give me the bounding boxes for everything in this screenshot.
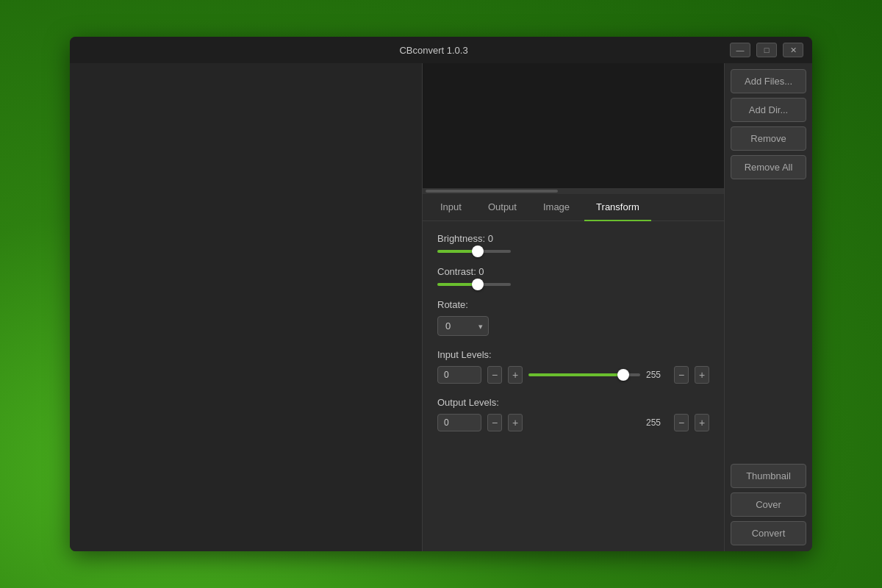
remove-button[interactable]: Remove: [731, 126, 806, 151]
output-min-decrement[interactable]: −: [487, 414, 502, 431]
input-min-field[interactable]: 0: [437, 366, 481, 384]
minimize-button[interactable]: —: [730, 43, 750, 57]
input-max-increment[interactable]: +: [695, 366, 709, 384]
tab-transform[interactable]: Transform: [584, 194, 651, 221]
sidebar-spacer: [731, 184, 806, 459]
input-max-value: 255: [646, 370, 668, 380]
scrollbar-track[interactable]: [426, 190, 558, 193]
controls-area: Brightness: 0 Contrast: 0: [423, 221, 724, 551]
output-levels-group: Output Levels: 0 − + 255 − +: [437, 397, 709, 431]
input-levels-slider-track[interactable]: [528, 373, 640, 376]
input-levels-label: Input Levels:: [437, 349, 709, 360]
add-dir-button[interactable]: Add Dir...: [731, 98, 806, 122]
output-max-value: 255: [646, 417, 668, 428]
contrast-slider-track[interactable]: [437, 283, 511, 286]
input-levels-group: Input Levels: 0 − + 255 − +: [437, 349, 709, 384]
maximize-button[interactable]: □: [756, 43, 777, 57]
contrast-label: Contrast: 0: [437, 266, 709, 277]
remove-all-button[interactable]: Remove All: [731, 155, 806, 179]
output-max-decrement[interactable]: −: [674, 414, 689, 431]
add-files-button[interactable]: Add Files...: [731, 69, 806, 93]
tabs-bar: Input Output Image Transform: [423, 194, 724, 221]
input-levels-slider-thumb[interactable]: [617, 369, 629, 381]
scrollbar-area: [423, 188, 724, 194]
brightness-slider-track[interactable]: [437, 250, 511, 253]
rotate-label: Rotate:: [437, 299, 709, 310]
input-min-decrement[interactable]: −: [487, 366, 502, 384]
window-title: CBconvert 1.0.3: [137, 45, 730, 56]
convert-button[interactable]: Convert: [731, 521, 806, 545]
output-max-increment[interactable]: +: [695, 414, 709, 431]
center-panel: Input Output Image Transform Brightness:…: [423, 63, 724, 551]
input-max-decrement[interactable]: −: [674, 366, 689, 384]
brightness-group: Brightness: 0: [437, 233, 709, 253]
main-content: Input Output Image Transform Brightness:…: [70, 63, 812, 551]
rotate-group: Rotate: 0 90 180 270: [437, 299, 709, 336]
input-levels-row: 0 − + 255 − +: [437, 366, 709, 384]
contrast-slider-thumb[interactable]: [472, 279, 484, 290]
output-min-field[interactable]: 0: [437, 414, 481, 431]
output-levels-label: Output Levels:: [437, 397, 709, 408]
thumbnail-button[interactable]: Thumbnail: [731, 464, 806, 488]
brightness-slider-thumb[interactable]: [472, 245, 484, 257]
input-min-increment[interactable]: +: [508, 366, 523, 384]
tab-image[interactable]: Image: [531, 194, 581, 221]
rotate-select-wrapper: 0 90 180 270: [437, 316, 489, 336]
brightness-label: Brightness: 0: [437, 233, 709, 244]
close-button[interactable]: ✕: [783, 43, 803, 57]
window-controls: — □ ✕: [730, 43, 803, 57]
tab-output[interactable]: Output: [476, 194, 528, 221]
rotate-select[interactable]: 0 90 180 270: [437, 316, 489, 336]
brightness-slider-container: [437, 250, 709, 253]
output-min-increment[interactable]: +: [508, 414, 523, 431]
tab-input[interactable]: Input: [429, 194, 473, 221]
contrast-slider-container: [437, 283, 709, 286]
titlebar: CBconvert 1.0.3 — □ ✕: [70, 37, 812, 63]
sidebar-panel: Add Files... Add Dir... Remove Remove Al…: [724, 63, 812, 551]
cover-button[interactable]: Cover: [731, 492, 806, 517]
file-list-panel: [70, 63, 423, 551]
main-window: CBconvert 1.0.3 — □ ✕ Input Output Image…: [70, 37, 812, 551]
contrast-group: Contrast: 0: [437, 266, 709, 286]
output-levels-row: 0 − + 255 − +: [437, 414, 709, 431]
preview-area: [423, 63, 724, 188]
